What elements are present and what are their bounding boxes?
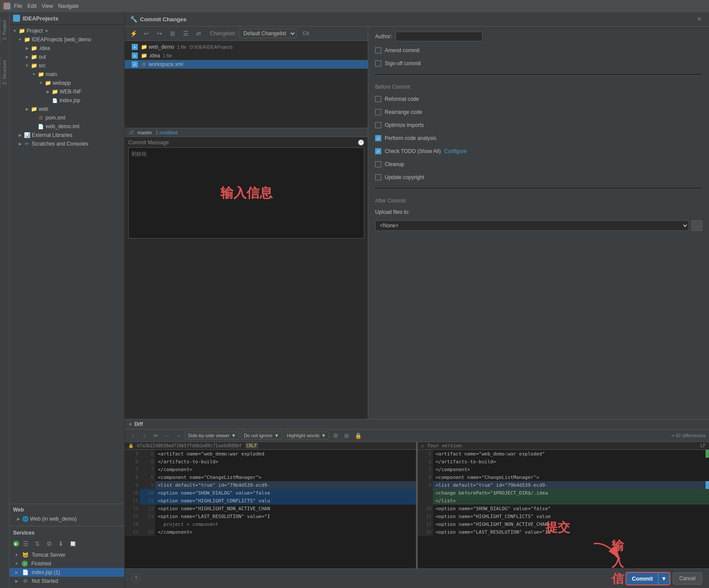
tree-item-scratches[interactable]: ▶ ✏ Scratches and Consoles: [10, 140, 124, 148]
dtree-idea[interactable]: ▪ 📁 .idea 1 file: [125, 51, 368, 60]
tab-structure[interactable]: Z: Structure: [0, 56, 9, 88]
history-icon[interactable]: 🕐: [358, 140, 364, 146]
commit-message-area[interactable]: 初始化 输入信息: [128, 147, 364, 239]
footer-actions: 输入信息 Commit ▼ Cancel: [626, 572, 702, 585]
configure-link[interactable]: Configure: [444, 148, 467, 154]
arrow-not-started: ▶: [13, 578, 20, 585]
tree-item-webinf[interactable]: ▶ 📁 WEB-INF: [10, 87, 124, 96]
dialog-file-tree: ▪ 📁 web_demo 1 file D:\IDEA\IDEAProjects…: [125, 41, 368, 128]
diff-prev-btn[interactable]: ←: [162, 431, 172, 440]
diff-up-btn[interactable]: ↑: [128, 431, 138, 440]
tab-project[interactable]: 1: Project: [0, 17, 9, 43]
toolbar-undo[interactable]: ↩: [141, 28, 152, 39]
commit-msg-value: 初始化: [131, 150, 361, 158]
tree-item-iml[interactable]: ▶ 📄 web_demo.iml: [10, 122, 124, 131]
left-panel: IDEAProjects ▼ 📁 Project ▼ ▼ 📁 IDEAProje…: [10, 12, 125, 588]
webinf-icon: 📁: [51, 88, 58, 95]
optimize-checkbox[interactable]: [375, 122, 381, 128]
copyright-checkbox[interactable]: [375, 174, 381, 180]
tree-item-idea[interactable]: ▶ 📁 .idea: [10, 44, 124, 53]
tree-item-out[interactable]: ▶ 📁 out: [10, 53, 124, 61]
diff-lock-btn[interactable]: 🔒: [353, 431, 363, 440]
services-btn1[interactable]: ☰: [20, 538, 31, 549]
tree-item-indexjsp[interactable]: ▶ 📄 index.jsp: [10, 96, 124, 105]
checkbox-webdemo[interactable]: ▪: [132, 44, 138, 50]
modified-count[interactable]: 1 modified: [156, 130, 178, 135]
services-btn5[interactable]: 🔲: [67, 538, 78, 549]
upload-select[interactable]: <None>: [375, 220, 689, 231]
folder-project-icon: 📁: [18, 27, 25, 34]
diff-edit-btn[interactable]: ✏: [151, 431, 160, 440]
tree-item-project[interactable]: ▼ 📁 Project ▼: [10, 27, 124, 35]
tree-item-main[interactable]: ▼ 📁 main: [10, 70, 124, 79]
services-btn4[interactable]: ⬇: [56, 538, 66, 549]
cancel-button[interactable]: Cancel: [673, 572, 702, 585]
checkbox-idea[interactable]: ▪: [132, 53, 138, 59]
tree-item-web[interactable]: ▶ 📁 web: [10, 105, 124, 113]
tree-item-pomxml[interactable]: ▶ ⚙ pom.xml: [10, 113, 124, 122]
linenum-r7: 7: [418, 465, 433, 473]
tree-item-ideaprojects[interactable]: ▼ 📁 IDEAProjects [web_demo: [10, 35, 124, 44]
toolbar-settings[interactable]: ⇄: [193, 28, 204, 39]
menu-navigate[interactable]: Navigate: [58, 3, 79, 9]
checkbox-workspace[interactable]: ✓: [132, 61, 138, 67]
web-label: web: [39, 106, 48, 112]
tree-item-webapp[interactable]: ▼ 📁 webapp: [10, 79, 124, 87]
webapp-label: webapp: [53, 80, 71, 86]
cleanup-checkbox[interactable]: [375, 161, 381, 167]
dtree-webdemo[interactable]: ▪ 📁 web_demo 1 file D:\IDEA\IDEAProjects: [125, 43, 368, 51]
toolbar-indent[interactable]: ☰: [180, 28, 191, 39]
commit-btn-dropdown[interactable]: ▼: [658, 573, 669, 585]
linenum-l10b: 10: [140, 489, 155, 497]
author-input[interactable]: [396, 32, 483, 41]
dtree-workspace[interactable]: ✓ ⚙ workspace.xml: [125, 60, 368, 69]
diff-down-btn[interactable]: ↓: [140, 431, 149, 440]
side-tabs: 1: Project Z: Structure: [0, 12, 10, 588]
amend-checkbox[interactable]: [375, 47, 381, 53]
help-button[interactable]: ?: [132, 574, 140, 583]
lf-badge: LF: [700, 443, 706, 448]
reformat-checkbox[interactable]: [375, 96, 381, 102]
tree-item-src[interactable]: ▼ 📁 src: [10, 61, 124, 70]
ignore-dropdown[interactable]: Do not ignore ▼: [241, 432, 282, 439]
menu-edit[interactable]: Edit: [27, 3, 37, 9]
toolbar-expand[interactable]: ⚡: [128, 28, 139, 39]
analysis-checkbox[interactable]: ✓: [375, 135, 381, 141]
menu-view[interactable]: View: [42, 3, 53, 9]
side-viewer-dropdown[interactable]: Side-by-side viewer ▼: [185, 432, 239, 439]
commit-button[interactable]: Commit ▼: [626, 573, 669, 585]
toolbar-changelist[interactable]: ⊞: [167, 28, 178, 39]
out-icon: 📁: [30, 53, 37, 60]
diff-toggle[interactable]: ▼: [128, 422, 133, 427]
upload-btn-small[interactable]: ...: [692, 220, 702, 231]
services-header: Services: [10, 528, 124, 538]
toolbar-redo[interactable]: ↪: [154, 28, 165, 39]
services-btn2[interactable]: ⇅: [32, 538, 43, 549]
signoff-checkbox[interactable]: [375, 60, 381, 66]
app-header: File Edit View Navigate: [0, 0, 709, 12]
diff-settings-btn[interactable]: ⚙: [331, 431, 340, 440]
side-viewer-label: Side-by-side viewer: [188, 433, 230, 438]
tree-item-web-demo[interactable]: ▶ 🌐 Web (in web_demo): [13, 515, 121, 523]
tree-item-extlibs[interactable]: ▶ 📊 External Libraries: [10, 131, 124, 140]
linenum-r10a: [418, 489, 433, 497]
not-started-item[interactable]: ▶ ⚙ Not Started: [10, 577, 124, 585]
linecontent-r6: </artifacts-to-build>: [433, 458, 709, 465]
changelist-select[interactable]: Default Changelist: [239, 29, 296, 38]
diff-split-btn[interactable]: ⊞: [342, 431, 352, 440]
tomcat-server-item[interactable]: ▼ 🐱 Tomcat Server: [10, 551, 124, 559]
run-icon[interactable]: ▶: [13, 541, 19, 547]
services-btn3[interactable]: ⚙: [44, 538, 54, 549]
diff-next-btn[interactable]: →: [173, 431, 183, 440]
linenum-l13: 13: [125, 512, 140, 520]
rearrange-checkbox[interactable]: [375, 109, 381, 115]
finished-item[interactable]: ▼ ✓ Finished: [10, 559, 124, 568]
menu-file[interactable]: File: [14, 3, 22, 9]
indexjsp-service-item[interactable]: ▶ 📄 index.jsp (1): [10, 568, 124, 577]
author-label: Author:: [375, 33, 392, 40]
highlight-dropdown[interactable]: Highlight words ▼: [284, 432, 329, 439]
todo-checkbox[interactable]: ✓: [375, 148, 381, 154]
diff-line-r10-add: <change beforePath="$PROJECT_DIR$/.idea: [418, 489, 709, 497]
close-button[interactable]: ×: [695, 15, 704, 23]
tomcat-icon: 🐱: [22, 551, 29, 558]
